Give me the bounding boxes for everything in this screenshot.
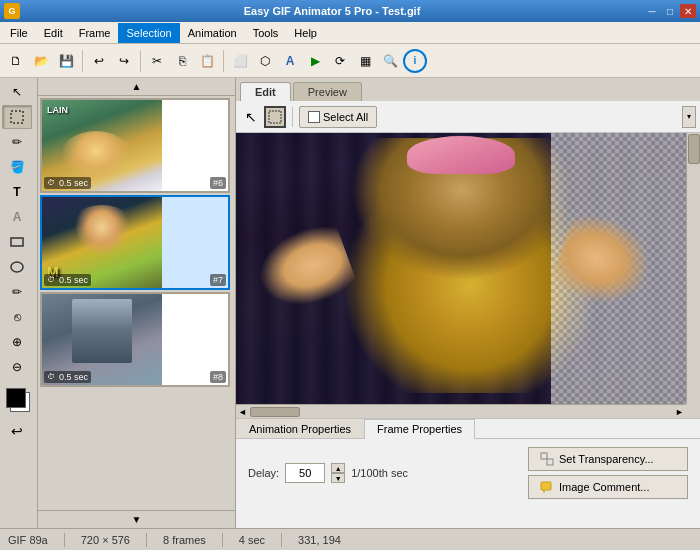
scroll-right-btn[interactable]: ► bbox=[673, 407, 686, 417]
svg-rect-1 bbox=[11, 238, 23, 246]
tab-preview[interactable]: Preview bbox=[293, 82, 362, 101]
toolbar-undo[interactable]: ↩ bbox=[87, 49, 111, 73]
frame-time: ⏱ 0.5 sec bbox=[44, 371, 91, 383]
menu-animation[interactable]: Animation bbox=[180, 23, 245, 43]
frame-item[interactable]: M ⏱ 0.5 sec #7 bbox=[40, 195, 230, 290]
status-frames: 8 frames bbox=[163, 534, 206, 546]
delay-spinner: ▲ ▼ bbox=[331, 463, 345, 483]
framelist-scroll-up[interactable]: ▲ bbox=[38, 78, 235, 96]
tool-brush[interactable]: ✏ bbox=[2, 280, 32, 304]
menu-help[interactable]: Help bbox=[286, 23, 325, 43]
menu-tools[interactable]: Tools bbox=[245, 23, 287, 43]
minimize-button[interactable]: ─ bbox=[644, 4, 660, 18]
delay-row: Delay: ▲ ▼ 1/100th sec bbox=[248, 463, 408, 483]
color-selector[interactable] bbox=[6, 388, 32, 414]
toolbar-optimize[interactable]: ⟳ bbox=[328, 49, 352, 73]
tool-fill[interactable]: 🪣 bbox=[2, 155, 32, 179]
set-transparency-button[interactable]: Set Transparency... bbox=[528, 447, 688, 471]
toolbar-text[interactable]: A bbox=[278, 49, 302, 73]
tool-rect-select[interactable] bbox=[2, 105, 32, 129]
menu-edit[interactable]: Edit bbox=[36, 23, 71, 43]
toolbar-lasso[interactable]: ⬡ bbox=[253, 49, 277, 73]
canvas-scrollbar-h[interactable]: ◄ ► bbox=[236, 404, 686, 418]
frame-item[interactable]: LAIN ⏱ 0.5 sec #6 bbox=[40, 98, 230, 193]
tool-select-arrow[interactable]: ↖ bbox=[2, 80, 32, 104]
image-comment-button[interactable]: Image Comment... bbox=[528, 475, 688, 499]
statusbar: GIF 89a 720 × 576 8 frames 4 sec 331, 19… bbox=[0, 528, 700, 550]
toolbar-sep-1 bbox=[82, 50, 83, 72]
toolbar-group-clipboard: ✂ ⎘ 📋 bbox=[145, 49, 219, 73]
status-sep-4 bbox=[281, 533, 282, 547]
canvas-scrollbar-v[interactable] bbox=[686, 133, 700, 404]
tool-stamp[interactable]: ⎋ bbox=[2, 305, 32, 329]
tool-swap-colors[interactable]: ↩ bbox=[2, 419, 32, 443]
select-all-checkbox bbox=[308, 111, 320, 123]
tool-zoom-in[interactable]: ⊕ bbox=[2, 330, 32, 354]
toolbar-copy[interactable]: ⎘ bbox=[170, 49, 194, 73]
delay-input[interactable] bbox=[285, 463, 325, 483]
maximize-button[interactable]: □ bbox=[662, 4, 678, 18]
titlebar: G Easy GIF Animator 5 Pro - Test.gif ─ □… bbox=[0, 0, 700, 22]
toolbar-select[interactable]: ⬜ bbox=[228, 49, 252, 73]
foreground-color[interactable] bbox=[6, 388, 26, 408]
toolbar-frame-op[interactable]: ▦ bbox=[353, 49, 377, 73]
edit-tool-arrow[interactable]: ↖ bbox=[240, 106, 262, 128]
toolbar-open[interactable]: 📂 bbox=[29, 49, 53, 73]
edit-dropdown-arrow[interactable]: ▾ bbox=[682, 106, 696, 128]
menu-frame[interactable]: Frame bbox=[71, 23, 119, 43]
close-button[interactable]: ✕ bbox=[680, 4, 696, 18]
props-tab-bar: Animation Properties Frame Properties bbox=[236, 419, 700, 439]
toolbar-group-file: 🗋 📂 💾 bbox=[4, 49, 78, 73]
select-all-button[interactable]: Select All bbox=[299, 106, 377, 128]
props-actions: Set Transparency... Image Comment... bbox=[528, 447, 688, 499]
main-toolbar: 🗋 📂 💾 ↩ ↪ ✂ ⎘ 📋 ⬜ ⬡ A ▶ ⟳ ▦ 🔍 i bbox=[0, 44, 700, 78]
toolbar-save[interactable]: 💾 bbox=[54, 49, 78, 73]
window-title: Easy GIF Animator 5 Pro - Test.gif bbox=[20, 5, 644, 17]
framelist-scroll-down[interactable]: ▼ bbox=[38, 510, 235, 528]
toolbar-info[interactable]: i bbox=[403, 49, 427, 73]
toolbar-paste[interactable]: 📋 bbox=[195, 49, 219, 73]
props-content: Delay: ▲ ▼ 1/100th sec Set Transparency.… bbox=[236, 439, 700, 507]
tool-rect[interactable] bbox=[2, 230, 32, 254]
tool-ellipse[interactable] bbox=[2, 255, 32, 279]
toolbar-new[interactable]: 🗋 bbox=[4, 49, 28, 73]
edit-toolbar: ↖ Select All ▾ bbox=[236, 101, 700, 133]
delay-increment[interactable]: ▲ bbox=[331, 463, 345, 473]
delay-decrement[interactable]: ▼ bbox=[331, 473, 345, 483]
edit-toolbar-sep bbox=[292, 107, 293, 127]
tool-text[interactable]: T bbox=[2, 180, 32, 204]
tab-animation-props[interactable]: Animation Properties bbox=[236, 419, 364, 438]
menubar: File Edit Frame Selection Animation Tool… bbox=[0, 22, 700, 44]
tab-edit[interactable]: Edit bbox=[240, 82, 291, 101]
svg-point-2 bbox=[11, 262, 23, 272]
tool-zoom-out[interactable]: ⊖ bbox=[2, 355, 32, 379]
scrollbar-thumb-h[interactable] bbox=[250, 407, 300, 417]
toolbar-group-tools: ⬜ ⬡ A ▶ ⟳ ▦ 🔍 i bbox=[228, 49, 427, 73]
frame-item[interactable]: ⏱ 0.5 sec #8 bbox=[40, 292, 230, 387]
canvas-area bbox=[236, 133, 686, 404]
toolbar-redo[interactable]: ↪ bbox=[112, 49, 136, 73]
frame-time: ⏱ 0.5 sec bbox=[44, 177, 91, 189]
tool-text-alt[interactable]: A bbox=[2, 205, 32, 229]
scrollbar-track-h bbox=[249, 406, 673, 418]
svg-rect-0 bbox=[11, 111, 23, 123]
transparency-icon bbox=[539, 451, 555, 467]
svg-marker-7 bbox=[543, 490, 545, 493]
editor-tab-bar: Edit Preview bbox=[236, 78, 700, 101]
properties-panel: Animation Properties Frame Properties De… bbox=[236, 418, 700, 528]
toolbar-group-edit: ↩ ↪ bbox=[87, 49, 136, 73]
toolbar-cut[interactable]: ✂ bbox=[145, 49, 169, 73]
svg-rect-6 bbox=[541, 482, 551, 490]
menu-selection[interactable]: Selection bbox=[118, 23, 179, 43]
svg-rect-4 bbox=[541, 453, 547, 459]
status-dimensions: 720 × 576 bbox=[81, 534, 130, 546]
menu-file[interactable]: File bbox=[2, 23, 36, 43]
toolbar-zoom[interactable]: 🔍 bbox=[378, 49, 402, 73]
tab-frame-props[interactable]: Frame Properties bbox=[364, 419, 475, 439]
edit-tool-marquee[interactable] bbox=[264, 106, 286, 128]
toolbar-play[interactable]: ▶ bbox=[303, 49, 327, 73]
scrollbar-thumb-v[interactable] bbox=[688, 134, 700, 164]
scroll-left-btn[interactable]: ◄ bbox=[236, 407, 249, 417]
tool-pencil[interactable]: ✏ bbox=[2, 130, 32, 154]
status-sep-1 bbox=[64, 533, 65, 547]
